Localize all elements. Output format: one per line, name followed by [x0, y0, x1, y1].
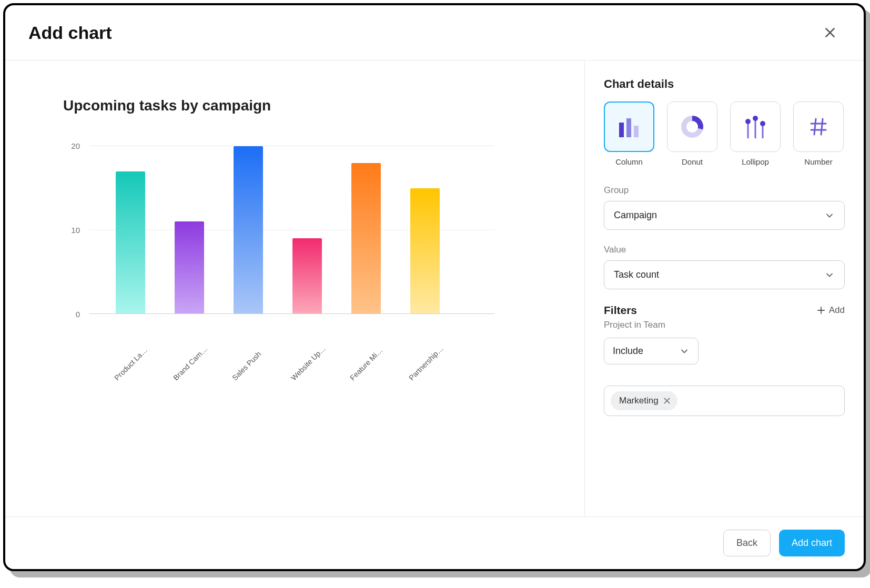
bar-partnership	[410, 188, 440, 314]
add-chart-modal: Add chart Upcoming tasks by campaign 20 …	[3, 3, 866, 571]
value-label: Value	[604, 245, 845, 255]
chart-details-heading: Chart details	[604, 77, 845, 91]
svg-line-14	[814, 119, 816, 135]
remove-tag-button[interactable]	[663, 397, 671, 405]
chart-type-lollipop-box	[730, 102, 781, 152]
y-tick: 10	[71, 226, 80, 235]
filter-tag-label: Marketing	[619, 396, 659, 406]
chevron-down-icon	[679, 346, 690, 357]
x-label: Brand Cam…	[171, 355, 198, 382]
y-tick: 20	[71, 141, 80, 150]
filter-mode-value: Include	[613, 346, 643, 357]
modal-header: Add chart	[5, 5, 864, 60]
modal-title: Add chart	[28, 23, 112, 43]
chart-type-number-box	[793, 102, 844, 152]
chart-type-lollipop[interactable]: Lollipop	[730, 102, 781, 166]
filters-heading: Filters	[604, 304, 637, 317]
svg-rect-3	[626, 118, 631, 137]
filter-tags-box[interactable]: Marketing	[604, 386, 845, 416]
bar-brand-campaign	[175, 221, 204, 313]
x-label: Feature Mi…	[348, 355, 375, 382]
close-icon	[663, 397, 671, 405]
preview-pane: Upcoming tasks by campaign 20 10 0	[5, 60, 585, 516]
svg-line-15	[821, 119, 823, 135]
chart-type-label: Lollipop	[742, 157, 769, 166]
lollipop-chart-icon	[743, 115, 767, 138]
bar-sales-push	[234, 146, 263, 313]
chart-type-column-box	[604, 102, 654, 152]
svg-point-9	[753, 116, 758, 121]
add-filter-label: Add	[829, 305, 845, 316]
chart-type-number[interactable]: Number	[793, 102, 844, 166]
chart-type-donut[interactable]: Donut	[667, 102, 717, 166]
x-label: Sales Push	[230, 355, 257, 382]
x-label: Website Up…	[289, 355, 316, 382]
modal-footer: Back Add chart	[5, 516, 864, 569]
filters-header: Filters Add	[604, 304, 845, 317]
filter-sublabel: Project in Team	[604, 320, 845, 330]
donut-chart-icon	[680, 115, 704, 139]
chart-area: 20 10 0 Product La…	[63, 146, 494, 330]
svg-rect-4	[634, 126, 639, 137]
plus-icon	[816, 306, 826, 315]
column-chart-icon	[617, 116, 641, 137]
details-pane: Chart details Column	[585, 60, 864, 516]
group-select-value: Campaign	[614, 210, 657, 221]
add-chart-button[interactable]: Add chart	[779, 530, 845, 556]
chart-type-column[interactable]: Column	[604, 102, 654, 166]
number-icon	[808, 116, 829, 137]
chevron-down-icon	[824, 270, 835, 280]
plot-area	[89, 146, 494, 314]
filter-tag-marketing: Marketing	[611, 391, 677, 410]
x-label: Partnership…	[407, 355, 434, 382]
x-label: Product La…	[113, 355, 139, 382]
filter-mode-select[interactable]: Include	[604, 338, 699, 364]
chart-type-label: Number	[804, 157, 832, 166]
chart-title: Upcoming tasks by campaign	[63, 97, 553, 114]
group-label: Group	[604, 185, 845, 196]
value-select[interactable]: Task count	[604, 260, 845, 289]
back-button[interactable]: Back	[723, 530, 771, 556]
chevron-down-icon	[824, 210, 835, 221]
bars	[89, 146, 494, 313]
close-icon	[823, 26, 837, 39]
close-button[interactable]	[820, 22, 841, 43]
y-tick: 0	[76, 310, 80, 319]
y-axis: 20 10 0	[63, 146, 84, 314]
bar-feature-migration	[351, 163, 381, 313]
bar-website-update	[292, 238, 322, 313]
svg-rect-2	[619, 123, 624, 137]
chart-type-picker: Column Donut	[604, 102, 845, 166]
value-select-value: Task count	[614, 269, 659, 280]
bar-product-launch	[116, 171, 145, 313]
add-filter-button[interactable]: Add	[816, 305, 845, 316]
x-axis: Product La… Brand Cam… Sales Push Websit…	[89, 358, 494, 367]
chart-type-donut-box	[667, 102, 717, 152]
chart-type-label: Donut	[682, 157, 703, 166]
group-select[interactable]: Campaign	[604, 201, 845, 230]
svg-point-11	[760, 121, 765, 126]
svg-point-7	[745, 119, 751, 124]
modal-body: Upcoming tasks by campaign 20 10 0	[5, 60, 864, 516]
chart-type-label: Column	[615, 157, 643, 166]
